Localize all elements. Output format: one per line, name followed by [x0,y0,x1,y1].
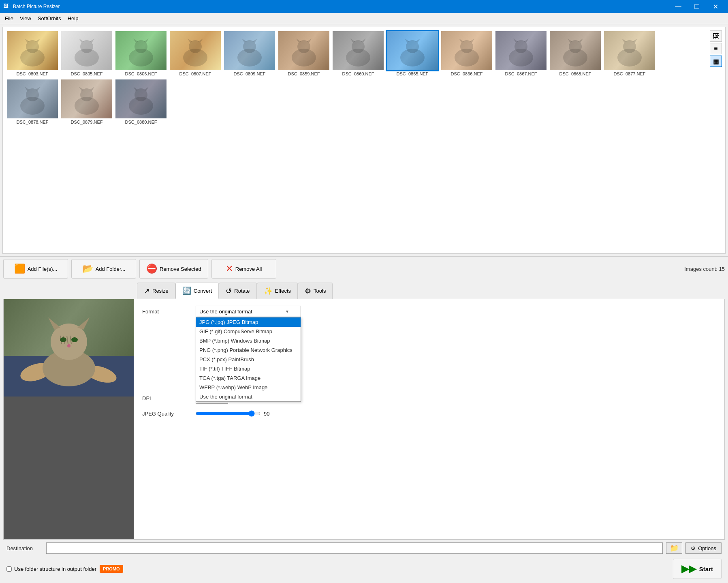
menu-help[interactable]: Help [64,15,82,22]
tab-effects[interactable]: ✨ Effects [257,283,298,299]
list-view-button[interactable]: ≡ [710,43,722,54]
destination-row: Destination 📁 ⚙ Options [3,540,725,556]
thumb-container-7 [333,31,384,70]
grid-view-button[interactable]: ▦ [710,56,722,67]
format-option-jpg[interactable]: JPG (*.jpg) JPEG Bitmap [196,317,301,327]
image-thumb-1[interactable]: DSC_0803.NEF [6,30,59,77]
menu-view[interactable]: View [17,15,34,22]
image-thumb-7[interactable]: DSC_0860.NEF [332,30,384,77]
thumb-label-4: DSC_0807.NEF [179,71,211,76]
image-thumb-11[interactable]: DSC_0868.NEF [549,30,602,77]
thumb-label-10: DSC_0867.NEF [505,71,537,76]
thumb-canvas-10 [495,31,547,70]
image-thumb-3[interactable]: DSC_0806.NEF [115,30,167,77]
remove-selected-button[interactable]: ⛔ Remove Selected [139,259,208,279]
jpeg-quality-slider[interactable] [196,410,260,417]
thumb-canvas-14 [61,79,112,118]
menu-bar: File View SoftOrbits Help [0,13,728,24]
thumb-label-3: DSC_0806.NEF [125,71,157,76]
start-button[interactable]: ▶▶ Start [673,559,722,579]
menu-file[interactable]: File [2,15,17,22]
add-files-label: Add File(s)... [28,266,58,272]
format-option-tif[interactable]: TIF (*.tif) TIFF Bitmap [196,364,301,373]
destination-input[interactable] [46,542,663,554]
format-option-gif[interactable]: GIF (*.gif) CompuServe Bitmap [196,327,301,336]
tab-tools[interactable]: ⚙ Tools [298,283,333,299]
thumb-canvas-6 [278,31,329,70]
options-gear-icon: ⚙ [691,545,696,551]
format-option-original[interactable]: Use the original format [196,392,301,401]
thumb-canvas-13 [7,79,58,118]
image-thumb-14[interactable]: DSC_0879.NEF [60,79,113,125]
tab-effects-label: Effects [275,288,291,294]
format-option-tga[interactable]: TGA (*.tga) TARGA Image [196,373,301,383]
format-option-bmp[interactable]: BMP (*.bmp) Windows Bitmap [196,336,301,345]
format-dropdown[interactable]: Use the original format ▼ JPG (*.jpg) JP… [196,306,301,317]
tab-resize[interactable]: ↗ Resize [137,283,175,299]
menu-softorbits[interactable]: SoftOrbits [34,15,64,22]
jpeg-quality-value: 90 [264,411,276,417]
resize-icon: ↗ [144,287,150,296]
image-thumb-12[interactable]: DSC_0877.NEF [603,30,656,77]
dpi-label: DPI [142,395,191,401]
folder-structure-checkbox[interactable] [6,566,12,572]
thumb-container-2 [61,31,112,70]
format-option-pcx[interactable]: PCX (*.pcx) PaintBrush [196,355,301,364]
image-thumb-15[interactable]: DSC_0880.NEF [115,79,167,125]
image-gallery: DSC_0803.NEFDSC_0805.NEFDSC_0806.NEFDSC_… [2,27,726,254]
thumb-label-7: DSC_0860.NEF [342,71,374,76]
thumb-container-14 [61,79,112,118]
rotate-icon: ↺ [226,287,232,296]
options-button[interactable]: ⚙ Options [685,542,722,554]
thumb-container-10 [495,31,547,70]
options-label: Options [698,545,716,551]
thumb-canvas-2 [61,31,112,70]
image-thumb-4[interactable]: DSC_0807.NEF [169,30,222,77]
toolbar: 🟧 Add File(s)... 📂 Add Folder... ⛔ Remov… [0,256,728,281]
thumb-container-1 [7,31,58,70]
remove-all-button[interactable]: ✕ Remove All [211,259,276,279]
format-option-webp[interactable]: WEBP (*.webp) WebP Image [196,383,301,392]
image-thumb-13[interactable]: DSC_0878.NEF [6,79,59,125]
add-folder-button[interactable]: 📂 Add Folder... [71,259,136,279]
thumb-canvas-1 [7,31,58,70]
preview-panel [4,299,134,539]
bottom-panel: ↗ Resize 🔄 Convert ↺ Rotate ✨ Effects ⚙ … [0,281,728,583]
thumb-container-3 [115,31,167,70]
promo-badge: PROMO [100,565,123,573]
format-selected[interactable]: Use the original format ▼ [196,306,301,317]
thumb-label-12: DSC_0877.NEF [614,71,646,76]
thumb-canvas-15 [115,79,167,118]
tab-convert[interactable]: 🔄 Convert [175,283,219,299]
image-thumb-10[interactable]: DSC_0867.NEF [495,30,547,77]
image-thumb-9[interactable]: DSC_0866.NEF [440,30,493,77]
convert-icon: 🔄 [182,286,191,295]
thumb-container-6 [278,31,329,70]
image-thumb-8[interactable]: DSC_0865.NEF [386,30,439,77]
format-dropdown-list: JPG (*.jpg) JPEG Bitmap GIF (*.gif) Comp… [196,317,301,402]
large-icon-view-button[interactable]: 🖼 [710,30,722,42]
thumb-canvas-4 [170,31,221,70]
format-label: Format [142,309,191,315]
image-thumb-6[interactable]: DSC_0859.NEF [278,30,330,77]
thumb-label-1: DSC_0803.NEF [17,71,49,76]
destination-browse-button[interactable]: 📁 [666,542,682,554]
content-area: Format Use the original format ▼ JPG (*.… [3,299,725,540]
image-thumb-2[interactable]: DSC_0805.NEF [60,30,113,77]
images-count-value: 15 [719,266,725,272]
thumb-label-11: DSC_0868.NEF [559,71,591,76]
remove-all-label: Remove All [235,266,262,272]
app-title: Batch Picture Resizer [13,4,669,9]
tab-rotate[interactable]: ↺ Rotate [219,283,256,299]
close-button[interactable]: ✕ [706,0,725,13]
maximize-button[interactable]: ☐ [687,0,706,13]
bottom-actions: Use folder structure in output folder PR… [3,556,725,581]
thumb-canvas-12 [604,31,655,70]
format-option-png[interactable]: PNG (*.png) Portable Network Graphics [196,345,301,355]
image-thumb-5[interactable]: DSC_0809.NEF [223,30,276,77]
add-files-button[interactable]: 🟧 Add File(s)... [3,259,68,279]
view-toggles: 🖼 ≡ ▦ [710,30,722,67]
thumb-canvas-11 [550,31,601,70]
minimize-button[interactable]: — [669,0,687,13]
remove-all-icon: ✕ [226,264,233,274]
